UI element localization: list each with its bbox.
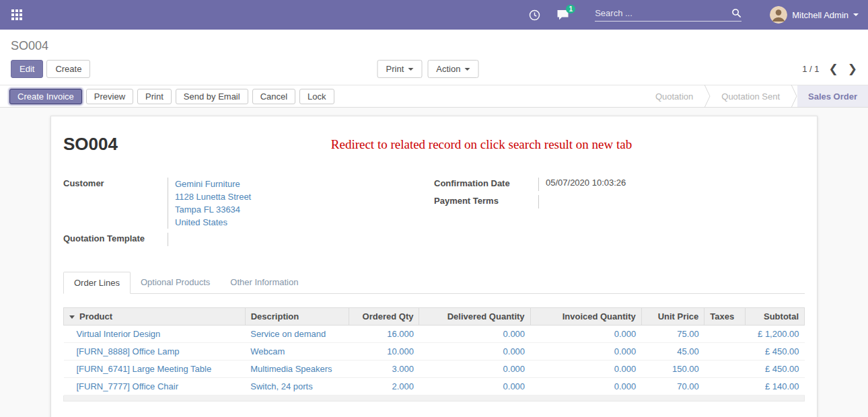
- status-quotation[interactable]: Quotation: [645, 85, 704, 107]
- col-header-subtotal: Subtotal: [745, 308, 804, 326]
- cell-invoiced-qty: 0.000: [530, 326, 641, 343]
- cell-delivered-qty: 0.000: [419, 361, 530, 378]
- breadcrumb-record-title: SO004: [11, 39, 48, 52]
- cell-subtotal: £ 140.00: [745, 378, 804, 395]
- field-groups: Customer Gemini Furniture 1128 Lunetta S…: [63, 178, 805, 250]
- right-field-column: Confirmation Date 05/07/2020 10:03:26 Pa…: [434, 178, 805, 250]
- activities-clock-icon[interactable]: [529, 9, 540, 21]
- cell-product[interactable]: Virtual Interior Design: [64, 326, 246, 343]
- statusbar-buttons: Create Invoice Preview Print Send by Ema…: [0, 85, 334, 107]
- tab-other-information[interactable]: Other Information: [220, 272, 308, 293]
- table-row[interactable]: [FURN_6741] Large Meeting Table Multimed…: [64, 361, 805, 378]
- table-row[interactable]: [FURN_7777] Office Chair Switch, 24 port…: [64, 378, 805, 395]
- cell-subtotal: £ 450.00: [745, 343, 804, 361]
- col-header-unit-price: Unit Price: [641, 308, 704, 326]
- cancel-button[interactable]: Cancel: [252, 89, 295, 104]
- search-icon[interactable]: [731, 8, 742, 18]
- pager-previous-icon[interactable]: ❮: [829, 63, 838, 75]
- cell-taxes: [704, 378, 746, 395]
- send-by-email-button[interactable]: Send by Email: [176, 89, 248, 104]
- search-input[interactable]: [595, 8, 731, 18]
- cell-delivered-qty: 0.000: [419, 343, 530, 361]
- customer-country-link[interactable]: United States: [175, 216, 407, 229]
- user-name: Mitchell Admin: [792, 10, 848, 20]
- tab-optional-products[interactable]: Optional Products: [131, 272, 220, 293]
- content-area: SO004 Redirect to related record on clic…: [0, 108, 868, 417]
- table-footer-strip: [63, 395, 805, 402]
- quotation-template-value: [168, 233, 407, 246]
- table-row[interactable]: Virtual Interior Design Service on deman…: [64, 326, 805, 343]
- cell-unit-price: 45.00: [641, 343, 704, 361]
- cell-product[interactable]: [FURN_6741] Large Meeting Table: [64, 361, 246, 378]
- expand-caret-icon[interactable]: [69, 315, 75, 319]
- page-title: SO004: [63, 134, 118, 155]
- table-header-row: Product Description Ordered Qty Delivere…: [64, 308, 805, 326]
- col-header-product-label: Product: [79, 311, 112, 321]
- cell-ordered-qty: 16.000: [349, 326, 419, 343]
- message-count-badge: 1: [566, 5, 575, 13]
- cell-ordered-qty: 3.000: [349, 361, 419, 378]
- status-arrow-icon: [791, 85, 797, 107]
- cell-taxes: [704, 326, 746, 343]
- status-arrow-icon: [704, 85, 711, 107]
- statusbar: Create Invoice Preview Print Send by Ema…: [0, 85, 868, 108]
- preview-button[interactable]: Preview: [86, 89, 133, 104]
- status-sales-order[interactable]: Sales Order: [797, 85, 868, 107]
- print-button[interactable]: Print: [137, 89, 172, 104]
- user-menu[interactable]: Mitchell Admin: [770, 6, 859, 24]
- customer-field: Customer Gemini Furniture 1128 Lunetta S…: [63, 178, 407, 229]
- cell-delivered-qty: 0.000: [419, 326, 530, 343]
- left-field-column: Customer Gemini Furniture 1128 Lunetta S…: [63, 178, 434, 250]
- notebook-tabs: Order Lines Optional Products Other Info…: [63, 272, 805, 294]
- status-quotation-sent[interactable]: Quotation Sent: [711, 85, 791, 107]
- cell-unit-price: 150.00: [641, 361, 704, 378]
- create-button[interactable]: Create: [46, 60, 90, 78]
- chevron-down-icon: [464, 68, 470, 71]
- action-dropdown[interactable]: Action: [427, 60, 478, 78]
- cell-ordered-qty: 2.000: [349, 378, 419, 395]
- apps-menu-icon[interactable]: [9, 7, 24, 22]
- cell-subtotal: £ 450.00: [745, 361, 804, 378]
- messages-icon[interactable]: 1: [556, 9, 569, 21]
- cell-description[interactable]: Multimedia Speakers: [245, 361, 349, 378]
- col-header-ordered-qty: Ordered Qty: [349, 308, 419, 326]
- global-search: [595, 8, 742, 22]
- customer-city-link[interactable]: Tampa FL 33634: [175, 203, 407, 216]
- cell-taxes: [704, 343, 746, 361]
- form-sheet: SO004 Redirect to related record on clic…: [50, 116, 818, 417]
- print-dropdown[interactable]: Print: [377, 60, 423, 78]
- lock-button[interactable]: Lock: [299, 89, 334, 104]
- confirmation-date-label: Confirmation Date: [434, 178, 538, 188]
- col-header-product: Product: [64, 308, 246, 326]
- col-header-taxes: Taxes: [704, 308, 746, 326]
- col-header-description: Description: [245, 308, 349, 326]
- pager-counter[interactable]: 1 / 1: [802, 64, 819, 74]
- red-annotation-text: Redirect to related record on click sear…: [118, 137, 805, 152]
- cell-product[interactable]: [FURN_8888] Office Lamp: [64, 343, 246, 361]
- quotation-template-label: Quotation Template: [63, 233, 168, 243]
- customer-name-link[interactable]: Gemini Furniture: [175, 178, 407, 190]
- create-invoice-button[interactable]: Create Invoice: [9, 89, 82, 104]
- cell-invoiced-qty: 0.000: [530, 378, 641, 395]
- edit-create-buttons: Edit Create: [11, 60, 90, 78]
- cell-description[interactable]: Switch, 24 ports: [245, 378, 349, 395]
- pager-next-icon[interactable]: ❯: [848, 63, 857, 75]
- sheet-title-row: SO004 Redirect to related record on clic…: [63, 134, 805, 155]
- table-row[interactable]: [FURN_8888] Office Lamp Webcam 10.000 0.…: [64, 343, 805, 361]
- cell-description[interactable]: Webcam: [245, 343, 349, 361]
- confirmation-date-field: Confirmation Date 05/07/2020 10:03:26: [434, 178, 778, 191]
- cell-delivered-qty: 0.000: [419, 378, 530, 395]
- action-dropdowns: Print Action: [377, 60, 479, 78]
- grid-icon: [11, 9, 22, 20]
- tab-order-lines[interactable]: Order Lines: [63, 272, 131, 294]
- cell-description[interactable]: Service on demand: [245, 326, 349, 343]
- quotation-template-field: Quotation Template: [63, 233, 407, 246]
- cell-product[interactable]: [FURN_7777] Office Chair: [64, 378, 246, 395]
- status-pipeline: Quotation Quotation Sent Sales Order: [645, 85, 868, 107]
- edit-button[interactable]: Edit: [11, 60, 43, 78]
- control-panel: Edit Create Print Action 1 / 1 ❮ ❯: [0, 54, 868, 85]
- payment-terms-value: [538, 195, 778, 208]
- payment-terms-label: Payment Terms: [434, 195, 538, 206]
- customer-street-link[interactable]: 1128 Lunetta Street: [175, 190, 407, 203]
- top-navbar: 1 Mitchell Admin: [0, 0, 868, 30]
